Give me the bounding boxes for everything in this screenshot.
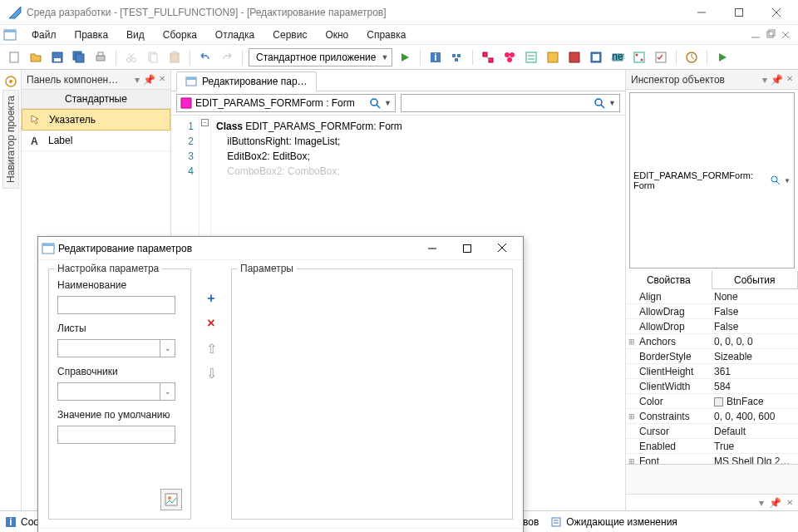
class-combo[interactable]: EDIT_PARAMS_FORMForm : Form ▼ [176, 94, 396, 112]
main-area: Навигатор проекта Панель компонен… ▾ 📌 ✕… [0, 70, 798, 510]
form-icon [185, 76, 197, 87]
property-row[interactable]: AlignNone [626, 289, 798, 304]
search-icon[interactable] [771, 175, 781, 185]
select-refs[interactable]: ⌄ [57, 382, 175, 401]
maximize-button[interactable] [720, 1, 757, 24]
search-icon[interactable] [594, 98, 605, 109]
svg-marker-55 [719, 53, 727, 62]
tool-btn-7[interactable]: .net [608, 48, 627, 66]
panel-menu-icon[interactable]: ▾ [135, 74, 140, 86]
property-row[interactable]: ⊞Anchors0, 0, 0, 0 [626, 334, 798, 349]
info-button[interactable]: i [426, 48, 445, 66]
project-navigator-tab[interactable]: Навигатор проекта [2, 90, 19, 189]
svg-rect-18 [98, 52, 103, 56]
tab-events[interactable]: События [712, 271, 799, 288]
property-row[interactable]: ColorBtnFace [626, 394, 798, 409]
panel-close-icon[interactable]: ✕ [786, 498, 793, 507]
panel-close-icon[interactable]: ✕ [786, 74, 793, 86]
tab-properties[interactable]: Свойства [626, 271, 712, 289]
menu-file[interactable]: Файл [23, 27, 65, 43]
remove-param-button[interactable]: × [203, 315, 219, 332]
menu-build[interactable]: Сборка [155, 27, 205, 43]
run-button[interactable] [396, 48, 414, 66]
document-tab[interactable]: Редактирование пар… [176, 71, 317, 91]
dialog-close-button[interactable] [485, 239, 520, 259]
component-item-pointer[interactable]: Указатель [22, 109, 170, 131]
titlebar: Среда разработки - [TEST_FULLFUNCTION9] … [0, 0, 798, 25]
panel-close-icon[interactable]: ✕ [159, 74, 165, 86]
components-button[interactable] [448, 48, 466, 66]
paste-button[interactable] [165, 48, 184, 66]
tool-btn-5[interactable] [565, 48, 584, 66]
tool-btn-3[interactable] [522, 48, 540, 66]
cut-button[interactable] [122, 48, 140, 66]
component-category[interactable]: Стандартные [22, 90, 170, 109]
property-row[interactable]: ⊞Constraints0, 0, 400, 600 [626, 409, 798, 424]
svg-point-64 [595, 99, 602, 106]
select-sheets[interactable]: ⌄ [57, 339, 175, 357]
mdi-close-icon[interactable] [780, 29, 791, 41]
move-up-button[interactable]: ⇧ [203, 340, 219, 357]
property-row[interactable]: CursorDefault [626, 424, 798, 439]
menu-view[interactable]: Вид [118, 27, 153, 43]
copy-button[interactable] [144, 48, 162, 66]
image-picker-button[interactable] [160, 489, 182, 510]
print-button[interactable] [91, 48, 110, 66]
undo-button[interactable] [196, 48, 214, 66]
menu-service[interactable]: Сервис [264, 27, 315, 43]
menu-edit[interactable]: Правка [66, 27, 117, 43]
mdi-minimize-icon[interactable] [750, 29, 761, 41]
svg-line-63 [377, 105, 380, 108]
new-file-button[interactable] [5, 48, 23, 66]
mdi-restore-icon[interactable] [765, 29, 776, 41]
panel-pin-icon[interactable]: 📌 [771, 74, 783, 86]
minimize-button[interactable] [682, 1, 720, 24]
menu-window[interactable]: Окно [317, 27, 357, 43]
chevron-down-icon: ▼ [608, 99, 616, 107]
open-file-button[interactable] [27, 48, 45, 66]
run-button-2[interactable] [713, 48, 732, 66]
save-button[interactable] [48, 48, 66, 66]
panel-menu-icon[interactable]: ▾ [762, 74, 767, 86]
dialog-titlebar[interactable]: Редактирование параметров [38, 237, 523, 260]
close-button[interactable] [757, 1, 795, 24]
tool-btn-9[interactable] [652, 48, 670, 66]
tool-btn-10[interactable] [682, 48, 701, 66]
property-row[interactable]: BorderStyleSizeable [626, 349, 798, 364]
add-param-button[interactable]: + [203, 290, 219, 307]
build-config-combo[interactable]: Стандартное приложение ▼ [249, 48, 392, 66]
property-row[interactable]: ClientWidth584 [626, 379, 798, 394]
inspector-object-combo[interactable]: EDIT_PARAMS_FORMForm: Form ▼ [629, 92, 795, 268]
panel-pin-icon[interactable]: 📌 [143, 74, 155, 86]
property-row[interactable]: AllowDropFalse [626, 319, 798, 334]
property-row[interactable]: AllowDragFalse [626, 304, 798, 319]
property-row[interactable]: ⊞FontMS Shell Dlg 2… [626, 454, 798, 464]
tool-btn-6[interactable] [587, 48, 605, 66]
input-default[interactable] [57, 426, 175, 444]
save-all-button[interactable] [70, 48, 88, 66]
dialog-minimize-button[interactable] [415, 239, 450, 259]
menu-debug[interactable]: Отладка [207, 27, 263, 43]
svg-rect-2 [735, 8, 742, 16]
tool-btn-8[interactable] [630, 48, 648, 66]
panel-menu-icon[interactable]: ▾ [759, 497, 764, 509]
dialog-maximize-button[interactable] [450, 239, 485, 259]
panel-pin-icon[interactable]: 📌 [769, 497, 781, 509]
fold-toggle[interactable]: − [201, 119, 209, 126]
tool-btn-1[interactable] [479, 48, 497, 66]
property-row[interactable]: ClientHeight361 [626, 364, 798, 379]
component-item-label[interactable]: A Label [22, 131, 170, 151]
param-settings-legend: Настройка параметра [54, 263, 162, 274]
tool-btn-2[interactable] [500, 48, 519, 66]
member-combo[interactable]: ▼ [401, 94, 620, 112]
redo-button[interactable] [218, 48, 236, 66]
property-row[interactable]: EnabledTrue [626, 439, 798, 454]
property-grid[interactable]: AlignNoneAllowDragFalseAllowDropFalse⊞An… [626, 289, 798, 464]
menu-help[interactable]: Справка [358, 27, 414, 43]
tool-btn-4[interactable] [544, 48, 562, 66]
tab-pending-changes[interactable]: Ожидающие изменения [550, 516, 677, 528]
search-icon[interactable] [370, 98, 381, 109]
svg-rect-87 [552, 518, 560, 526]
input-name[interactable] [57, 296, 175, 314]
move-down-button[interactable]: ⇩ [203, 365, 219, 382]
